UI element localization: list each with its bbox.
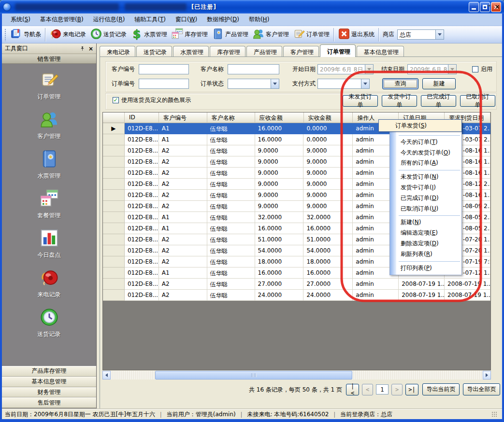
table-cell[interactable]: 16.0000 bbox=[255, 123, 304, 134]
table-cell[interactable]: 27.0000 bbox=[303, 279, 353, 290]
table-cell[interactable]: 9.0000 bbox=[303, 190, 353, 201]
filter-button-未发货订单[interactable]: 未发货订单 bbox=[343, 95, 378, 107]
table-cell[interactable]: A2 bbox=[159, 234, 207, 245]
table-cell[interactable]: 9.0000 bbox=[255, 190, 304, 201]
table-cell[interactable]: 伍华聪 bbox=[207, 190, 255, 201]
table-cell[interactable]: A1 bbox=[159, 134, 207, 145]
chevron-down-icon[interactable] bbox=[271, 79, 279, 88]
menubar-item-B[interactable]: 基本信息管理(B) bbox=[35, 14, 88, 25]
table-cell[interactable]: A2 bbox=[159, 190, 207, 201]
query-button[interactable]: 查询 bbox=[382, 78, 418, 89]
pin-icon[interactable] bbox=[79, 45, 86, 52]
toolbar-button-water-ticket-dollar-icon[interactable]: $水票管理 bbox=[129, 26, 169, 43]
table-cell[interactable]: A1 bbox=[159, 123, 207, 134]
table-cell[interactable]: 伍华聪 bbox=[207, 279, 255, 290]
start-date-picker[interactable]: 2009年 6月 8日 bbox=[317, 64, 374, 74]
table-row[interactable]: 012D-E8...A2伍华聪24.000024.0000admin2008-0… bbox=[103, 290, 490, 301]
table-cell[interactable]: 0.0000 bbox=[303, 134, 353, 145]
table-cell[interactable]: 伍华聪 bbox=[207, 134, 255, 145]
menubar-item-W[interactable]: 窗口(W) bbox=[171, 14, 202, 25]
table-cell[interactable]: 51.0000 bbox=[303, 234, 353, 245]
table-cell[interactable]: 9.0000 bbox=[255, 168, 304, 179]
table-cell[interactable]: 24.0000 bbox=[303, 290, 353, 301]
table-cell[interactable]: 012D-E8... bbox=[125, 201, 159, 212]
column-header-客户编号[interactable]: 客户编号 bbox=[159, 113, 207, 123]
scrollbar-thumb[interactable] bbox=[155, 371, 352, 380]
context-menu-item-D[interactable]: 已完成订单(D) bbox=[390, 193, 461, 204]
filter-button-已完成订单[interactable]: 已完成订单 bbox=[421, 95, 456, 107]
table-cell[interactable]: A1 bbox=[159, 223, 207, 234]
table-cell[interactable]: 012D-E8... bbox=[125, 190, 159, 201]
sidebar-item-送货记录[interactable]: 送货记录 bbox=[38, 307, 61, 338]
table-cell[interactable]: 012D-E8... bbox=[125, 290, 159, 301]
table-cell[interactable]: 2008-07-19 1... bbox=[399, 290, 445, 301]
table-cell[interactable]: 9.0000 bbox=[255, 179, 304, 190]
chevron-down-icon[interactable] bbox=[435, 30, 444, 39]
scroll-right-button[interactable] bbox=[483, 371, 491, 380]
context-menu-item-highlighted[interactable]: 订单发货(S) bbox=[378, 119, 462, 132]
scrollbar-track[interactable] bbox=[111, 371, 483, 380]
table-cell[interactable]: 27.0000 bbox=[255, 279, 304, 290]
sidebar-item-套餐管理[interactable]: 套餐管理 bbox=[38, 188, 61, 220]
color-display-checkbox[interactable] bbox=[113, 97, 119, 103]
tab-客户管理[interactable]: 客户管理 bbox=[283, 46, 319, 57]
row-selector[interactable] bbox=[103, 168, 125, 179]
table-cell[interactable]: 伍华聪 bbox=[207, 123, 255, 134]
new-button[interactable]: 新建 bbox=[422, 78, 456, 89]
table-cell[interactable]: 伍华聪 bbox=[207, 223, 255, 234]
sidebar-group-售后管理[interactable]: 售后管理 bbox=[2, 397, 96, 408]
menubar-item-D[interactable]: 数据维护(D) bbox=[202, 14, 244, 25]
table-cell[interactable]: 16.0000 bbox=[303, 267, 353, 279]
toolbar-button-incoming-call-icon[interactable]: 来电记录 bbox=[47, 26, 88, 43]
table-cell[interactable]: 伍华聪 bbox=[207, 234, 255, 245]
column-header-客户名称[interactable]: 客户名称 bbox=[207, 113, 255, 123]
table-cell[interactable]: 9.0000 bbox=[303, 156, 353, 168]
table-cell[interactable]: 0.0000 bbox=[303, 123, 353, 134]
column-header-ID[interactable]: ID bbox=[125, 113, 159, 123]
table-cell[interactable]: 伍华聪 bbox=[207, 290, 255, 301]
toolbar-button-customer-people-icon[interactable]: 客户管理 bbox=[250, 26, 291, 43]
minimize-button[interactable] bbox=[469, 2, 479, 12]
table-cell[interactable]: 32.0000 bbox=[303, 212, 353, 223]
table-cell[interactable]: 伍华聪 bbox=[207, 145, 255, 156]
table-cell[interactable]: 012D-E8... bbox=[125, 256, 159, 267]
row-selector[interactable] bbox=[103, 134, 125, 145]
sidebar-item-水票管理[interactable]: 水票管理 bbox=[38, 149, 61, 180]
table-cell[interactable]: A1 bbox=[159, 267, 207, 279]
tab-订单管理[interactable]: 订单管理 bbox=[320, 44, 356, 57]
prev-page-button[interactable]: < bbox=[362, 384, 373, 395]
table-cell[interactable]: 2008-07-19 1... bbox=[445, 290, 490, 301]
sidebar-group-财务管理[interactable]: 财务管理 bbox=[2, 387, 96, 398]
menubar-item-H[interactable]: 帮助(H) bbox=[244, 14, 274, 25]
row-selector[interactable] bbox=[103, 190, 125, 201]
horizontal-scrollbar[interactable] bbox=[102, 371, 491, 380]
menubar-item-T[interactable]: 辅助工具(T) bbox=[130, 14, 171, 25]
toolbar-button-navigator-book-icon[interactable]: 导航条 bbox=[8, 26, 43, 43]
table-cell[interactable]: 012D-E8... bbox=[125, 145, 159, 156]
menubar-item-S[interactable]: 系统(S) bbox=[6, 14, 35, 25]
enable-checkbox[interactable] bbox=[472, 66, 478, 72]
window-titlebar[interactable]: [已注册] × bbox=[0, 0, 504, 14]
close-tab-button[interactable]: × bbox=[495, 3, 500, 10]
order-status-select[interactable] bbox=[228, 79, 279, 89]
sidebar-group-产品库存管理[interactable]: 产品库存管理 bbox=[2, 366, 96, 377]
table-cell[interactable]: 伍华聪 bbox=[207, 267, 255, 279]
next-page-button[interactable]: > bbox=[391, 384, 403, 395]
table-cell[interactable]: 16.0000 bbox=[255, 134, 304, 145]
chevron-down-icon[interactable] bbox=[365, 65, 373, 74]
table-cell[interactable]: 2008-07-19 1... bbox=[399, 279, 445, 290]
table-cell[interactable]: 012D-E8... bbox=[125, 267, 159, 279]
toolbar-button-product-book-icon[interactable]: 产品管理 bbox=[210, 26, 250, 43]
tab-基本信息管理[interactable]: 基本信息管理 bbox=[357, 46, 404, 57]
table-cell[interactable]: admin bbox=[353, 279, 399, 290]
table-cell[interactable]: 012D-E8... bbox=[125, 134, 159, 145]
row-selector[interactable] bbox=[103, 234, 125, 245]
toolbar-button-order-scroll-icon[interactable]: 订单管理 bbox=[291, 26, 331, 43]
end-date-picker[interactable]: 2009年 6月 8日 bbox=[407, 64, 457, 74]
table-cell[interactable]: 9.0000 bbox=[303, 201, 353, 212]
table-cell[interactable]: 伍华聪 bbox=[207, 156, 255, 168]
row-selector[interactable] bbox=[103, 256, 125, 267]
table-cell[interactable]: 9.0000 bbox=[303, 168, 353, 179]
toolbar-button-delivery-clock-icon[interactable]: 送货记录 bbox=[88, 26, 129, 43]
row-selector[interactable] bbox=[103, 290, 125, 301]
